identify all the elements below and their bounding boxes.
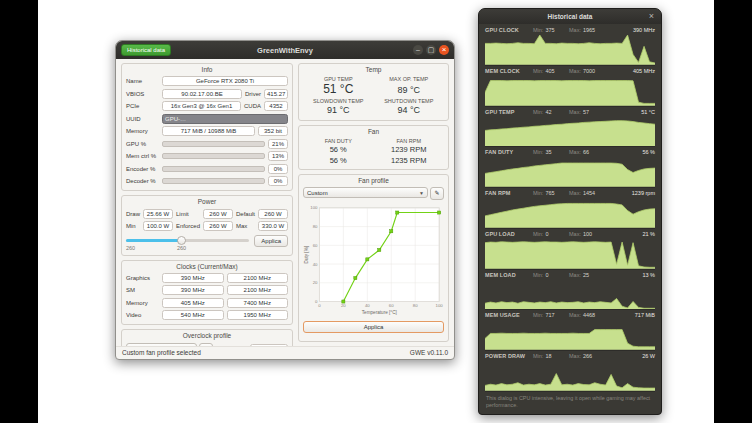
min-label: Min: (533, 109, 543, 115)
clocks-frame-label: Clocks (Current/Max) (126, 263, 288, 271)
edit-fan-profile-button[interactable]: ✎ (430, 187, 444, 200)
gpu-clock-title: GPU CLOCK (485, 27, 533, 33)
fan-rpm-max: 1454 (583, 190, 595, 196)
sm-clock-label: SM (126, 287, 159, 293)
cpu-intensive-note: This dialog is CPU intensive, leaving it… (485, 394, 655, 412)
fan-profile-select[interactable]: Custom ▼ (303, 187, 428, 198)
svg-text:60: 60 (313, 243, 318, 248)
power-default-value: 260 W (258, 209, 288, 219)
main-titlebar[interactable]: Historical data GreenWithEnvy – ▢ × (116, 41, 454, 59)
fan-profile-frame: Fan profile Custom ▼ ✎ 02040608010002040… (298, 174, 449, 342)
mem-usage-graph-row: MEM USAGE Min:717 Max:4468 717 MiB (485, 312, 655, 351)
video-clock-current: 540 MHz (162, 310, 224, 320)
memory-clock-label: Memory (126, 300, 159, 306)
minimize-icon[interactable]: – (413, 45, 423, 55)
fan-rpm-label: FAN RPM (374, 138, 445, 144)
mem-load-max: 25 (583, 272, 589, 278)
fan-profile-selected-value: Custom (307, 190, 417, 196)
slowdown-temp-value: 91 °C (303, 105, 374, 116)
gpu-load-current: 21 % (642, 231, 655, 237)
gpu-clock-current: 390 MHz (633, 27, 655, 33)
gpu-load-graph-row: GPU LOAD Min:0 Max:100 21 % (485, 231, 655, 270)
svg-text:100: 100 (310, 206, 318, 211)
slider-handle-icon[interactable] (177, 236, 186, 245)
graphics-clock-label: Graphics (126, 275, 159, 281)
fan-duty-chart (485, 156, 655, 188)
fan-profile-apply-button[interactable]: Applica (303, 321, 444, 334)
maximize-icon[interactable]: ▢ (426, 45, 436, 55)
memory-clock-max: 7400 MHz (227, 298, 289, 308)
close-icon[interactable]: × (647, 12, 656, 21)
min-label: Min: (533, 353, 543, 359)
svg-text:60: 60 (389, 304, 394, 309)
gpu-clock-max: 1965 (583, 27, 595, 33)
fan-rpm-current: 1239 rpm (632, 190, 655, 196)
slider-value-label: 260 (126, 245, 135, 251)
power-enforced-value: 260 W (203, 221, 233, 231)
gpu-temp-min: 42 (545, 109, 551, 115)
cuda-value: 4352 (264, 101, 288, 111)
fan-duty-current: 56 % (642, 149, 655, 155)
max-label: Max: (569, 231, 581, 237)
power-min-value: 100.0 W (143, 221, 173, 231)
gpu-temp-max: 57 (583, 109, 589, 115)
desktop-background: Historical data GreenWithEnvy – ▢ × Info… (0, 0, 752, 423)
slider-mark-label: 260 (177, 245, 186, 251)
mem-load-title: MEM LOAD (485, 272, 533, 278)
graphics-clock-current: 390 MHz (162, 273, 224, 283)
historical-window-title: Historical data (479, 13, 661, 20)
fan-duty-label: FAN DUTY (303, 138, 374, 144)
gpu-temp-current: 51 °C (641, 109, 655, 115)
gpu-load-max: 100 (583, 231, 592, 237)
graphics-clock-max: 2100 MHz (227, 273, 289, 283)
gpu-temp-value: 51 °C (303, 83, 374, 97)
close-icon[interactable]: × (439, 45, 449, 55)
power-draw-max: 266 (583, 353, 592, 359)
pcie-value: 16x Gen3 @ 16x Gen1 (162, 101, 241, 111)
encoder-levelbar (162, 166, 265, 172)
power-draw-chart (485, 360, 655, 392)
power-draw-title: POWER DRAW (485, 353, 533, 359)
max-label: Max: (569, 272, 581, 278)
video-clock-label: Video (126, 312, 159, 318)
fan-curve-chart: 020406080100020406080100Temperature [°C]… (303, 202, 444, 318)
fan-duty-title: FAN DUTY (485, 149, 533, 155)
power-frame: Power Draw 25.66 W Limit 260 W Default 2… (121, 195, 293, 255)
min-label: Min: (533, 272, 543, 278)
right-column: Temp GPU TEMP MAX OP. TEMP 51 °C 89 °C S… (298, 63, 449, 342)
memory-interface-value: 352 bit (258, 126, 288, 136)
svg-text:100: 100 (436, 304, 444, 309)
info-frame-label: Info (126, 66, 288, 74)
svg-text:40: 40 (313, 262, 318, 267)
cuda-label: CUDA (244, 103, 261, 109)
gpu-usage-value: 21% (268, 139, 288, 149)
max-label: Max: (569, 109, 581, 115)
fan-duty-max: 66 (583, 149, 589, 155)
min-label: Min: (533, 149, 543, 155)
gpu-clock-chart (485, 34, 655, 66)
memory-clock-current: 405 MHz (162, 298, 224, 308)
max-label: Max: (569, 149, 581, 155)
mem-load-graph-row: MEM LOAD Min:0 Max:25 13 % (485, 272, 655, 311)
power-apply-button[interactable]: Applica (254, 235, 288, 248)
fan-rpm-chart (485, 197, 655, 229)
vbios-value: 90.02.17.00.BE (162, 89, 242, 99)
historical-data-button[interactable]: Historical data (121, 44, 171, 56)
power-limit-slider[interactable]: 260 260 (126, 235, 249, 251)
fan-duty-graph-row: FAN DUTY Min:35 Max:66 56 % (485, 149, 655, 188)
temp-frame-label: Temp (303, 66, 444, 74)
video-clock-max: 1950 MHz (227, 310, 289, 320)
power-min-label: Min (126, 223, 140, 229)
sm-clock-current: 390 MHz (162, 285, 224, 295)
encoder-usage-value: 0% (268, 164, 288, 174)
driver-label: Driver (245, 91, 261, 97)
driver-value: 415.27 (264, 89, 288, 99)
fan-rpm-value-2: 1235 RPM (374, 156, 445, 165)
svg-text:20: 20 (313, 281, 318, 286)
min-label: Min: (533, 27, 543, 33)
right-black-bar (714, 0, 752, 423)
historical-titlebar[interactable]: Historical data × (479, 9, 661, 24)
decoder-levelbar (162, 178, 265, 184)
max-op-temp-value: 89 °C (374, 85, 445, 96)
max-op-temp-label: MAX OP. TEMP (374, 76, 445, 82)
